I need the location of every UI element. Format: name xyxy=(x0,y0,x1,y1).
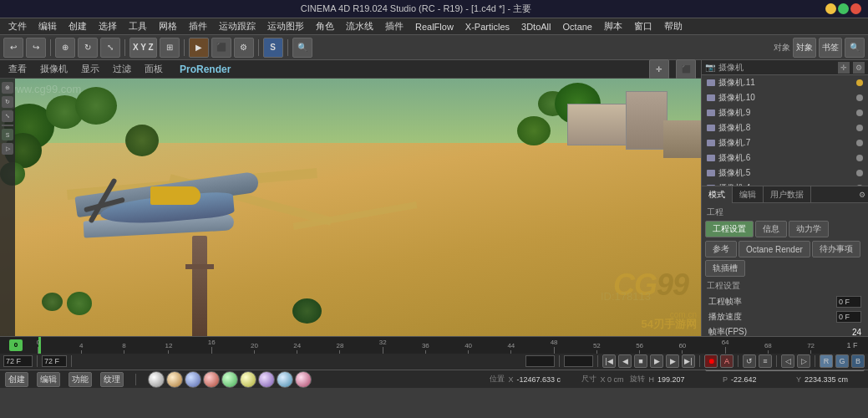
menu-plugin[interactable]: 插件 xyxy=(184,19,212,33)
rp-tab-edit[interactable]: 编辑 xyxy=(733,186,764,203)
menu-motion-track[interactable]: 运动跟踪 xyxy=(214,19,261,33)
camera-item-11[interactable]: 摄像机.11 xyxy=(702,75,868,90)
camera-item-7[interactable]: 摄像机.7 xyxy=(702,135,868,150)
minimize-button[interactable] xyxy=(825,3,836,14)
menu-create[interactable]: 创建 xyxy=(63,19,92,33)
vp-corner-btn[interactable]: ✛ xyxy=(649,59,669,79)
menu-script[interactable]: 脚本 xyxy=(599,19,627,33)
left-tool-5[interactable]: ▷ xyxy=(2,143,13,155)
vp-display-btn[interactable]: 显示 xyxy=(78,62,103,76)
menu-3dtoall[interactable]: 3DtoAll xyxy=(516,21,556,33)
tl-stop-btn[interactable]: ■ xyxy=(634,354,647,368)
left-tool-1[interactable]: ⊕ xyxy=(2,82,13,94)
tl-next-frame-btn[interactable]: ▷ xyxy=(797,354,810,368)
tl-next-key-btn[interactable]: ▶ xyxy=(666,354,679,368)
tl-scheme-btn[interactable]: ≡ xyxy=(759,354,772,368)
extra-tab-todo[interactable]: 待办事项 xyxy=(812,241,860,257)
rotate-tool-button[interactable]: ↻ xyxy=(78,38,98,58)
tl-auto-key-btn[interactable]: A xyxy=(720,354,733,368)
material-ball-3[interactable] xyxy=(185,371,201,388)
material-ball-2[interactable] xyxy=(166,371,183,388)
menu-xparticles[interactable]: X-Particles xyxy=(460,21,515,33)
status-texture-btn[interactable]: 纹理 xyxy=(100,372,124,387)
extra-tab-octane[interactable]: Octane Render xyxy=(739,241,810,257)
extra-tab-ref[interactable]: 参考 xyxy=(705,241,737,257)
menu-pipeline[interactable]: 流水线 xyxy=(341,19,378,33)
render-button[interactable]: ▶ xyxy=(189,38,209,58)
close-button[interactable] xyxy=(850,3,861,14)
status-func-btn[interactable]: 功能 xyxy=(69,372,92,387)
rp-tab-mode[interactable]: 模式 xyxy=(702,186,733,203)
material-ball-7[interactable] xyxy=(258,371,275,388)
status-create-btn[interactable]: 创建 xyxy=(5,372,28,387)
material-ball-4[interactable] xyxy=(203,371,220,388)
camera-item-6[interactable]: 摄像机.6 xyxy=(702,150,868,166)
toolbar-select-btn[interactable]: 対象 xyxy=(793,38,816,58)
rp-panel-btn[interactable]: ⚙ xyxy=(856,187,868,202)
menu-help[interactable]: 帮助 xyxy=(659,19,688,33)
tl-play-btn[interactable]: ▶ xyxy=(650,354,663,368)
playback-input[interactable] xyxy=(836,311,861,323)
tl-end-frame-input[interactable] xyxy=(525,355,555,367)
tl-prev-frame-btn[interactable]: ◁ xyxy=(781,354,794,368)
project-tab-dynamics[interactable]: 动力学 xyxy=(789,221,829,237)
menu-octane[interactable]: Octane xyxy=(558,21,597,33)
vp-panel-btn[interactable]: 面板 xyxy=(141,62,166,76)
tl-layer3-btn[interactable]: B xyxy=(851,354,865,368)
camera-item-8[interactable]: 摄像机.8 xyxy=(702,120,868,135)
xyz-button[interactable]: X Y Z xyxy=(129,38,157,58)
tl-current-frame-input[interactable] xyxy=(3,355,33,367)
rp-header-btn[interactable]: ✛ xyxy=(838,62,850,74)
left-tool-3[interactable]: ⤡ xyxy=(2,110,13,122)
tl-prev-key-btn[interactable]: ◀ xyxy=(618,354,632,368)
tl-record-btn[interactable]: ⏺ xyxy=(704,354,718,368)
left-tool-2[interactable]: ↻ xyxy=(2,96,13,108)
material-ball-5[interactable] xyxy=(221,371,238,388)
vp-maximize-btn[interactable]: ⬛ xyxy=(676,59,696,79)
rp-tab-userdata[interactable]: 用户数据 xyxy=(764,186,811,203)
menu-mesh[interactable]: 网格 xyxy=(154,19,182,33)
tl-goto-end-btn[interactable]: ▶| xyxy=(682,354,695,368)
tl-start-frame-input[interactable] xyxy=(42,355,67,367)
menu-select[interactable]: 选择 xyxy=(94,19,122,33)
material-ball-6[interactable] xyxy=(240,371,256,388)
menu-tools[interactable]: 工具 xyxy=(124,19,152,33)
toolbar-tag-btn[interactable]: 书签 xyxy=(819,38,842,58)
coord-button[interactable]: ⊞ xyxy=(160,38,180,58)
vp-camera-btn[interactable]: 摄像机 xyxy=(37,62,71,76)
menu-character[interactable]: 角色 xyxy=(311,19,339,33)
move-tool-button[interactable]: ⊕ xyxy=(55,38,75,58)
vp-filter-btn[interactable]: 过滤 xyxy=(109,62,135,76)
tl-layer2-btn[interactable]: G xyxy=(835,354,849,368)
left-tool-4[interactable]: S xyxy=(2,129,13,140)
toolbar-search-right[interactable]: 🔍 xyxy=(845,38,865,58)
slot-tab[interactable]: 轨插槽 xyxy=(705,260,745,277)
undo-button[interactable]: ↩ xyxy=(3,38,23,58)
menu-file[interactable]: 文件 xyxy=(3,19,32,33)
vp-view-btn[interactable]: 查看 xyxy=(5,62,30,76)
menu-realflow[interactable]: RealFlow xyxy=(410,21,459,33)
render-settings-button[interactable]: ⚙ xyxy=(234,38,254,58)
menu-window[interactable]: 窗口 xyxy=(629,19,657,33)
tl-layer1-btn[interactable]: R xyxy=(820,354,833,368)
render-region-button[interactable]: ⬛ xyxy=(211,38,231,58)
menu-motion-graph[interactable]: 运动图形 xyxy=(262,19,309,33)
tl-loop-btn[interactable]: ↺ xyxy=(743,354,756,368)
menu-plugin2[interactable]: 插件 xyxy=(380,19,409,33)
viewport[interactable]: www.cg99.com CG99 ID:178113 54刃手游网 com.c… xyxy=(0,79,701,336)
scale-tool-button[interactable]: ⤡ xyxy=(100,38,120,58)
camera-item-5[interactable]: 摄像机.5 xyxy=(702,166,868,181)
search-button[interactable]: 🔍 xyxy=(292,38,312,58)
project-tab-settings[interactable]: 工程设置 xyxy=(705,221,754,237)
s-button[interactable]: S xyxy=(263,38,283,58)
project-tab-info[interactable]: 信息 xyxy=(755,221,787,237)
camera-item-9[interactable]: 摄像机.9 xyxy=(702,105,868,120)
maximize-button[interactable] xyxy=(838,3,849,14)
fps-input[interactable] xyxy=(836,296,861,308)
camera-item-10[interactable]: 摄像机.10 xyxy=(702,90,868,105)
tl-fps-input[interactable] xyxy=(564,355,593,367)
material-ball-8[interactable] xyxy=(277,371,293,388)
material-ball-9[interactable] xyxy=(295,371,312,388)
status-edit-btn[interactable]: 编辑 xyxy=(37,372,60,387)
redo-button[interactable]: ↪ xyxy=(26,38,46,58)
